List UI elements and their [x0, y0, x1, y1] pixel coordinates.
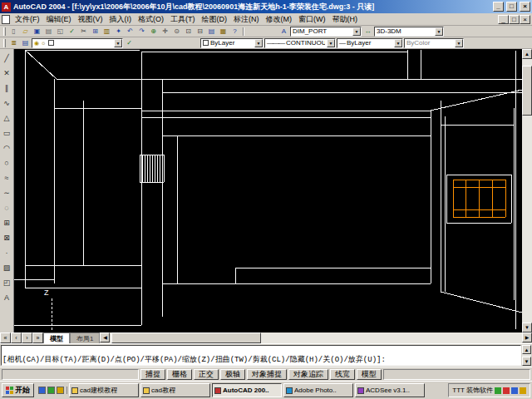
redo-icon[interactable]: ↷: [136, 27, 147, 37]
text-style-icon[interactable]: A: [278, 27, 289, 37]
layer-combo[interactable]: ◉ ☼ ▼: [32, 38, 123, 48]
status-toggle[interactable]: 对象捕捉: [247, 369, 287, 380]
point-icon[interactable]: ·: [1, 245, 13, 259]
polygon-icon[interactable]: △: [1, 111, 13, 125]
tray-icon[interactable]: [495, 387, 501, 394]
region-icon[interactable]: ◰: [1, 275, 13, 289]
taskbar-window-button[interactable]: AutoCAD 200..: [212, 383, 282, 397]
text-style-combo[interactable]: DIM_PORT ▼: [290, 27, 362, 37]
zoom-previous-icon[interactable]: ⊟: [195, 27, 205, 37]
toolbar-grip[interactable]: [3, 39, 6, 47]
status-toggle[interactable]: 极轴: [220, 369, 245, 380]
menu-item[interactable]: 视图(V): [75, 14, 106, 25]
menu-item[interactable]: 格式(O): [135, 14, 167, 25]
copy-icon[interactable]: ⊞: [90, 27, 101, 37]
hyperlink-icon[interactable]: ⊕: [148, 27, 159, 37]
zoom-window-icon[interactable]: ⊡: [183, 27, 194, 37]
scroll-left-icon[interactable]: ◀: [100, 332, 110, 342]
menu-item[interactable]: 窗口(W): [295, 14, 329, 25]
quick-launch-icon[interactable]: [47, 387, 55, 394]
circle-icon[interactable]: ○: [1, 155, 13, 170]
tab-prev-icon[interactable]: ‹: [11, 332, 22, 343]
linetype-combo[interactable]: ——— CONTINUOU ▼: [264, 38, 336, 48]
chevron-down-icon[interactable]: ▼: [327, 39, 335, 47]
scroll-up-icon[interactable]: ▲: [522, 49, 532, 59]
status-toggle[interactable]: 模型: [357, 369, 382, 380]
quick-launch-icon[interactable]: [38, 387, 46, 394]
undo-icon[interactable]: ↶: [125, 27, 135, 37]
tab-next-icon[interactable]: ›: [22, 332, 32, 343]
insert-block-icon[interactable]: ⊞: [1, 215, 13, 229]
vertical-scrollbar[interactable]: ▲ ▼: [522, 49, 532, 332]
quick-launch-icon[interactable]: [57, 387, 64, 394]
status-toggle[interactable]: 栅格: [167, 369, 192, 380]
tray-label[interactable]: 装饰软件: [466, 386, 493, 395]
revcloud-icon[interactable]: ≈: [1, 170, 13, 185]
arc-icon[interactable]: ◠: [1, 140, 13, 155]
scroll-down-icon[interactable]: ▼: [522, 357, 531, 366]
new-file-icon[interactable]: ▯: [8, 27, 19, 37]
menu-item[interactable]: 标注(N): [230, 14, 263, 25]
status-toggle[interactable]: 对象追踪: [288, 369, 328, 380]
polyline-icon[interactable]: ∿: [1, 96, 13, 110]
make-layer-current-icon[interactable]: ✓: [124, 38, 135, 48]
chevron-down-icon[interactable]: ▼: [455, 39, 463, 47]
dim-style-combo[interactable]: 3D-3DM ▼: [374, 27, 444, 37]
print-icon[interactable]: ▤: [43, 27, 54, 37]
taskbar-window-button[interactable]: Adobe Photo..: [283, 383, 353, 397]
tray-label[interactable]: TTT: [452, 387, 465, 394]
menu-item[interactable]: 绘图(D): [199, 14, 231, 25]
tray-icon[interactable]: [511, 387, 518, 394]
toolbar-grip[interactable]: [3, 27, 6, 36]
lineweight-combo[interactable]: — ByLayer ▼: [337, 38, 403, 48]
menu-item[interactable]: 工具(T): [167, 14, 199, 25]
match-properties-icon[interactable]: ✦: [113, 27, 124, 37]
menu-item[interactable]: 修改(M): [263, 14, 296, 25]
close-button[interactable]: ×: [520, 2, 530, 12]
layer-states-icon[interactable]: ▤: [20, 38, 31, 48]
menu-item[interactable]: 帮助(H): [329, 14, 362, 25]
doc-restore-button[interactable]: □: [509, 15, 520, 24]
status-toggle[interactable]: 正交: [194, 369, 219, 380]
chevron-down-icon[interactable]: ▼: [394, 39, 402, 47]
chevron-down-icon[interactable]: ▼: [254, 39, 263, 47]
layer-manager-icon[interactable]: ≣: [8, 38, 19, 48]
spline-icon[interactable]: ∼: [1, 185, 13, 200]
maximize-button[interactable]: □: [506, 2, 517, 12]
scroll-right-icon[interactable]: ▶: [522, 332, 532, 342]
tab-model[interactable]: 模型: [43, 332, 70, 343]
tab-last-icon[interactable]: »: [32, 332, 43, 343]
command-scroll-track[interactable]: [522, 354, 531, 357]
line-icon[interactable]: ╱: [1, 51, 13, 65]
multiline-icon[interactable]: ∥: [1, 81, 13, 95]
horizontal-scroll-track[interactable]: [110, 332, 522, 343]
properties-icon[interactable]: ▤: [206, 27, 217, 37]
construction-line-icon[interactable]: ✕: [1, 66, 13, 80]
paste-icon[interactable]: ▥: [101, 27, 112, 37]
hatch-icon[interactable]: ▨: [1, 260, 13, 274]
print-preview-icon[interactable]: ◱: [55, 27, 66, 37]
drawing-canvas[interactable]: Z: [14, 49, 522, 332]
mtext-icon[interactable]: A: [1, 290, 13, 304]
zoom-realtime-icon[interactable]: ⊙: [171, 27, 182, 37]
chevron-down-icon[interactable]: ▼: [352, 27, 361, 36]
status-toggle[interactable]: 线宽: [330, 369, 355, 380]
doc-close-button[interactable]: ×: [520, 15, 530, 24]
color-combo[interactable]: ByLayer ▼: [200, 38, 264, 48]
chevron-down-icon[interactable]: ▼: [114, 39, 122, 47]
command-input[interactable]: [相机(CA)/目标(TA)/距离(D)/点(PO)/平移(PA)/缩放(Z)/…: [1, 345, 521, 366]
pan-realtime-icon[interactable]: ✛: [160, 27, 170, 37]
status-toggle[interactable]: 捕捉: [140, 369, 165, 380]
start-button[interactable]: 开始: [2, 383, 34, 397]
dim-style-icon[interactable]: ↔: [362, 27, 373, 37]
doc-minimize-button[interactable]: _: [498, 15, 509, 24]
plotstyle-combo[interactable]: ByColor ▼: [404, 38, 464, 48]
horizontal-scroll-thumb[interactable]: [111, 332, 261, 343]
designcenter-icon[interactable]: ▦: [218, 27, 229, 37]
tray-icon[interactable]: [520, 387, 526, 394]
vertical-scroll-thumb[interactable]: [522, 66, 532, 116]
horizontal-scrollbar[interactable]: ◀ ▶: [100, 332, 532, 343]
minimize-button[interactable]: _: [493, 2, 504, 12]
rectangle-icon[interactable]: ▭: [1, 126, 13, 140]
spell-check-icon[interactable]: ✓: [66, 27, 77, 37]
